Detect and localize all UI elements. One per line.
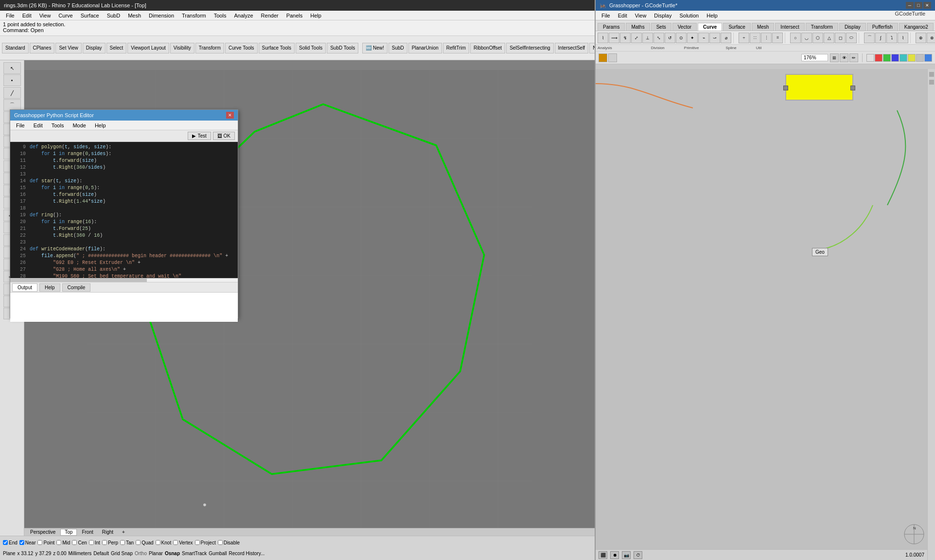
toolbar-refit-trim[interactable]: RefitTrim xyxy=(443,43,469,53)
gh-color-icon-2[interactable] xyxy=(608,53,617,62)
gh-icon-7[interactable]: ↺ xyxy=(665,33,675,43)
toolbar-intersect-self[interactable]: IntersectSelf xyxy=(555,43,589,53)
point-checkbox[interactable] xyxy=(37,540,42,545)
gh-render-5[interactable] xyxy=(900,54,907,62)
gh-icon-spl-1[interactable]: ⌒ xyxy=(864,33,875,43)
gh-render-7[interactable] xyxy=(916,54,924,62)
gh-tab-display[interactable]: Display xyxy=(839,23,866,31)
menu-subd[interactable]: SubD xyxy=(103,12,124,19)
gh-icon-9[interactable]: ✦ xyxy=(687,33,698,43)
gh-icon-1[interactable]: ⌇ xyxy=(598,33,608,43)
menu-dimension[interactable]: Dimension xyxy=(145,12,178,19)
py-output-area[interactable] xyxy=(10,293,238,322)
gh-icon-2[interactable]: ⟿ xyxy=(609,33,619,43)
gh-render-4[interactable] xyxy=(891,54,899,62)
gh-menu-solution[interactable]: Solution xyxy=(675,12,703,19)
py-code-editor[interactable]: 9 def polygon(t, sides, size): 10 for i … xyxy=(10,142,238,278)
gh-icon-util-2[interactable]: ⊗ xyxy=(927,33,935,43)
toolbar-planar-union[interactable]: PlanarUnion xyxy=(408,43,442,53)
gh-menu-edit[interactable]: Edit xyxy=(614,12,631,19)
sidebar-select-btn[interactable]: ↖ xyxy=(3,62,21,74)
toolbar-select[interactable]: Select xyxy=(106,43,127,53)
menu-curve[interactable]: Curve xyxy=(54,12,76,19)
gh-right-btn-2[interactable] xyxy=(929,80,934,85)
toolbar-surface-tools[interactable]: Surface Tools xyxy=(259,43,295,53)
planar-btn[interactable]: Planar xyxy=(149,551,163,556)
toolbar-display[interactable]: Display xyxy=(83,43,106,53)
toolbar-sel-self[interactable]: SelSelfIntersecting xyxy=(506,43,553,53)
gh-icon-4[interactable]: ⤢ xyxy=(631,33,642,43)
py-h-scrollbar-thumb[interactable] xyxy=(10,279,147,282)
gh-camera-btn[interactable]: 📷 xyxy=(622,551,631,559)
py-menu-file[interactable]: File xyxy=(12,122,29,129)
end-checkbox[interactable] xyxy=(3,540,8,545)
gh-render-6[interactable] xyxy=(908,54,916,62)
py-menu-help[interactable]: Help xyxy=(91,122,110,129)
gh-icon-prim-4[interactable]: △ xyxy=(824,33,834,43)
gh-icon-div-4[interactable]: ⌗ xyxy=(772,33,783,43)
ortho-btn[interactable]: Ortho xyxy=(135,551,147,556)
gh-menu-view[interactable]: View xyxy=(631,12,651,19)
py-help-tab[interactable]: Help xyxy=(39,283,60,292)
gh-menu-help[interactable]: Help xyxy=(703,12,722,19)
py-menu-tools[interactable]: Tools xyxy=(48,122,68,129)
gh-icon-prim-3[interactable]: ⬡ xyxy=(812,33,823,43)
gh-icon-util-1[interactable]: ⊕ xyxy=(916,33,926,43)
toolbar-new[interactable]: 🆕 New! xyxy=(362,43,388,53)
gh-menu-display[interactable]: Display xyxy=(650,12,675,19)
menu-view[interactable]: View xyxy=(35,12,55,19)
py-menu-mode[interactable]: Mode xyxy=(69,122,90,129)
gh-right-connector[interactable] xyxy=(850,86,855,90)
gh-icon-12[interactable]: ⌀ xyxy=(721,33,731,43)
gh-icon-prim-2[interactable]: ◡ xyxy=(801,33,812,43)
gh-icon-prim-6[interactable]: ⬭ xyxy=(846,33,857,43)
gh-tab-kangaroo2[interactable]: Kangaroo2 xyxy=(899,23,934,31)
sidebar-line-btn[interactable]: ╱ xyxy=(3,87,21,99)
gh-icon-div-1[interactable]: ÷ xyxy=(739,33,749,43)
gh-icon-spl-3[interactable]: ⤵ xyxy=(886,33,897,43)
gh-icon-6[interactable]: ⤡ xyxy=(653,33,664,43)
zoom-input[interactable]: 176% xyxy=(801,54,828,61)
gh-close-btn[interactable]: ✕ xyxy=(923,2,931,9)
menu-tools[interactable]: Tools xyxy=(210,12,230,19)
gh-menu-file[interactable]: File xyxy=(598,12,614,19)
gh-icon-11[interactable]: ⤻ xyxy=(709,33,720,43)
cen-checkbox[interactable] xyxy=(72,540,77,545)
gh-render-8[interactable] xyxy=(924,54,932,62)
toolbar-subd-tools[interactable]: SubD Tools xyxy=(327,43,358,53)
py-close-btn[interactable]: ✕ xyxy=(226,112,234,119)
toolbar-visibility[interactable]: Visibility xyxy=(170,43,194,53)
gumball-btn[interactable]: Gumball xyxy=(209,551,227,556)
py-menu-edit[interactable]: Edit xyxy=(30,122,47,129)
sidebar-point-btn[interactable]: • xyxy=(3,74,21,86)
toolbar-ribbon-offset[interactable]: RibbonOffset xyxy=(470,43,505,53)
gh-grid-icon[interactable]: ⊞ xyxy=(830,53,839,62)
vp-tab-front[interactable]: Front xyxy=(78,529,97,536)
near-checkbox[interactable] xyxy=(19,540,24,545)
menu-help[interactable]: Help xyxy=(306,12,325,19)
gh-yellow-component[interactable] xyxy=(785,74,853,101)
mid-checkbox[interactable] xyxy=(56,540,61,545)
menu-panels[interactable]: Panels xyxy=(282,12,307,19)
gh-icon-spl-4[interactable]: ⌇ xyxy=(898,33,908,43)
menu-mesh[interactable]: Mesh xyxy=(124,12,145,19)
toolbar-setview[interactable]: Set View xyxy=(55,43,81,53)
perp-checkbox[interactable] xyxy=(102,540,107,545)
toolbar-curve-tools[interactable]: Curve Tools xyxy=(225,43,258,53)
menu-transform[interactable]: Transform xyxy=(178,12,210,19)
gh-render-3[interactable] xyxy=(883,54,891,62)
gh-stop-btn[interactable]: ⬛ xyxy=(599,551,607,559)
gh-icon-prim-1[interactable]: ○ xyxy=(790,33,801,43)
menu-file[interactable]: File xyxy=(2,12,18,19)
gh-icon-spl-2[interactable]: ∫ xyxy=(875,33,886,43)
vp-tab-perspective[interactable]: Perspective xyxy=(26,529,59,536)
gh-icon-prim-5[interactable]: ◻ xyxy=(835,33,846,43)
menu-render[interactable]: Render xyxy=(257,12,282,19)
toolbar-named-sel[interactable]: NamedSelections xyxy=(589,43,595,53)
py-test-button[interactable]: ▶ Test xyxy=(188,132,211,140)
py-h-scrollbar[interactable] xyxy=(10,278,238,282)
toolbar-cplanes[interactable]: CPlanes xyxy=(30,43,55,53)
gh-icon-div-3[interactable]: ⋮ xyxy=(761,33,772,43)
gh-tab-transform[interactable]: Transform xyxy=(806,23,838,31)
gh-icon-5[interactable]: ⊥ xyxy=(642,33,653,43)
